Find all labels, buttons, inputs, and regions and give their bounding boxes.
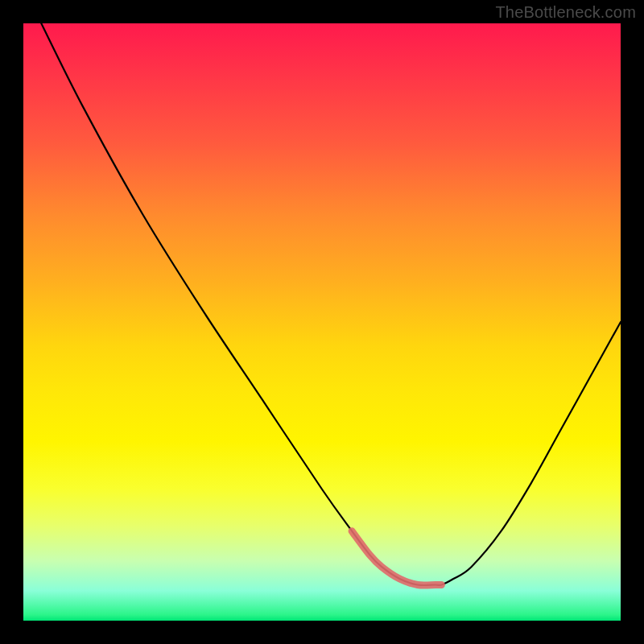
watermark-text: TheBottleneck.com	[495, 3, 636, 22]
chart-frame: TheBottleneck.com	[0, 0, 644, 644]
curve-svg	[23, 23, 621, 621]
bottleneck-curve	[41, 23, 621, 585]
plot-area	[23, 23, 621, 621]
bottleneck-curve-highlight	[352, 531, 441, 585]
